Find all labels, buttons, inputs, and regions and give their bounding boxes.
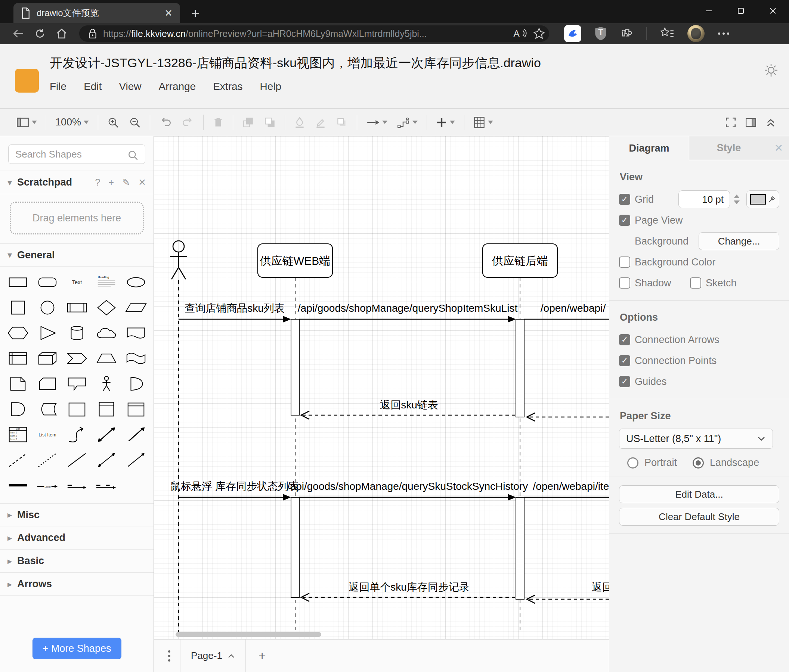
more-shapes-button[interactable]: + More Shapes (32, 638, 121, 659)
help-icon[interactable] (95, 177, 101, 188)
back-icon[interactable] (8, 28, 29, 39)
actor-figure[interactable] (170, 241, 187, 279)
waypoints-button[interactable] (397, 116, 418, 129)
shape-process[interactable] (62, 295, 91, 320)
activation-backend-1[interactable] (516, 319, 524, 417)
sketch-checkbox[interactable] (690, 277, 701, 288)
theme-toggle-icon[interactable] (763, 63, 779, 78)
connection-points-checkbox[interactable] (619, 355, 630, 366)
menu-extras[interactable]: Extras (213, 81, 243, 92)
shape-parallelogram[interactable] (121, 295, 150, 320)
shape-bidirectional-connector[interactable] (91, 447, 121, 473)
activation-backend-2[interactable] (516, 497, 524, 599)
shape-heading[interactable]: Heading (91, 269, 121, 295)
landscape-radio[interactable] (693, 457, 704, 468)
shape-trapezoid[interactable] (91, 346, 121, 371)
refresh-icon[interactable] (29, 28, 51, 40)
undo-icon[interactable] (159, 117, 172, 128)
tab-style[interactable]: Style (689, 136, 768, 160)
shape-bidirectional-arrow[interactable] (91, 422, 121, 447)
delete-icon[interactable] (212, 116, 224, 129)
search-input[interactable] (8, 145, 145, 164)
return-single-sku-stock-sync[interactable]: 返回单个sku库存同步记录 (301, 581, 515, 602)
shape-step[interactable] (62, 346, 91, 371)
message-query-sku-list[interactable]: 查询店铺商品sku列表 (179, 303, 291, 323)
collections-icon[interactable] (660, 27, 675, 40)
shape-text[interactable]: Text (62, 269, 91, 295)
horizontal-scrollbar[interactable] (176, 632, 321, 637)
section-misc[interactable]: Misc (0, 503, 153, 526)
grid-size-stepper[interactable] (732, 190, 742, 208)
browser-tab[interactable]: drawio文件预览 ✕ (13, 3, 180, 23)
shape-vertical-container[interactable] (91, 397, 121, 422)
blue-app-extension-icon[interactable] (564, 25, 581, 42)
tab-close-icon[interactable]: ✕ (165, 8, 172, 18)
tab-diagram[interactable]: Diagram (609, 136, 689, 160)
menu-file[interactable]: File (50, 81, 67, 92)
shape-horizontal-container[interactable] (121, 397, 150, 422)
shape-line[interactable] (62, 447, 91, 473)
shape-cube[interactable] (32, 346, 62, 371)
menu-arrange[interactable]: Arrange (159, 81, 196, 92)
return-to-backend-1[interactable] (527, 413, 609, 421)
lifeline-web[interactable]: 供应链WEB端 (258, 244, 332, 277)
format-panel-icon[interactable] (745, 117, 757, 128)
background-change-button[interactable]: Change... (699, 232, 779, 250)
insert-button[interactable] (436, 117, 455, 128)
portrait-radio[interactable] (627, 457, 639, 468)
scratchpad-dropzone[interactable]: Drag elements here (10, 202, 144, 234)
shape-document[interactable] (121, 320, 150, 346)
shape-or[interactable] (121, 371, 150, 397)
home-icon[interactable] (51, 28, 72, 40)
shape-cylinder[interactable] (62, 320, 91, 346)
shape-arrow-source-target[interactable] (91, 473, 121, 498)
message-hover-stock-sync[interactable]: 鼠标悬浮 库存同步状态列表 (170, 481, 299, 501)
message-query-shop-item-sku-list-api[interactable]: /api/goods/shopManage/queryShopItemSkuLi… (298, 303, 518, 323)
shape-internal-storage[interactable] (3, 346, 32, 371)
guides-checkbox[interactable] (619, 376, 630, 387)
minimize-icon[interactable] (693, 0, 725, 22)
menu-view[interactable]: View (119, 81, 141, 92)
shadow-checkbox[interactable] (619, 277, 630, 288)
diagram-canvas[interactable]: 供应链WEB端 供应链后端 查询店铺商品sku列表 (154, 136, 609, 639)
collapse-expand-icon[interactable] (765, 116, 776, 129)
section-advanced[interactable]: Advanced (0, 526, 153, 549)
page-tab[interactable]: Page-1 (180, 640, 246, 672)
address-bar[interactable]: https://file.kkview.cn/onlinePreview?url… (79, 25, 549, 42)
grid-checkbox[interactable] (619, 194, 630, 205)
shape-cloud[interactable] (91, 320, 121, 346)
shape-dashed-line[interactable] (3, 447, 32, 473)
favorite-star-icon[interactable] (533, 27, 545, 40)
activation-web-1[interactable] (291, 319, 299, 415)
clear-default-style-button[interactable]: Clear Default Style (619, 508, 779, 525)
shape-diamond[interactable] (91, 295, 121, 320)
more-icon[interactable] (717, 31, 730, 36)
panel-close-icon[interactable]: ✕ (768, 136, 789, 160)
shape-directional-arrow[interactable] (121, 422, 150, 447)
return-sku-list[interactable]: 返回sku链表 (301, 399, 515, 419)
line-color-icon[interactable] (315, 116, 326, 129)
edit-data-button[interactable]: Edit Data... (619, 485, 779, 503)
shadow-icon[interactable] (336, 116, 348, 129)
menu-help[interactable]: Help (260, 81, 282, 92)
to-front-icon[interactable] (242, 116, 254, 129)
avatar[interactable] (687, 25, 704, 42)
section-basic[interactable]: Basic (0, 549, 153, 573)
scratchpad-header[interactable]: Scratchpad (0, 171, 153, 194)
shape-circle[interactable] (32, 295, 62, 320)
activation-web-2[interactable] (291, 497, 299, 597)
shield-extension-icon[interactable] (594, 26, 607, 41)
message-open-webapi-item[interactable]: /open/webapi/item (524, 481, 609, 497)
paper-size-select[interactable]: US-Letter (8,5" x 11") (619, 428, 773, 449)
fill-color-icon[interactable] (294, 116, 305, 129)
message-query-sku-stock-sync-history-api[interactable]: /api/goods/shopManage/querySkuStockSyncH… (287, 481, 528, 501)
shape-horizontal-line[interactable] (3, 473, 32, 498)
shape-and[interactable] (3, 397, 32, 422)
shape-container[interactable] (62, 397, 91, 422)
search-icon[interactable] (128, 150, 139, 161)
menu-edit[interactable]: Edit (84, 81, 102, 92)
shape-square[interactable] (3, 295, 32, 320)
shape-arrow-with-label[interactable] (62, 473, 91, 498)
lifeline-backend[interactable]: 供应链后端 (483, 244, 557, 277)
shape-ellipse[interactable] (121, 269, 150, 295)
